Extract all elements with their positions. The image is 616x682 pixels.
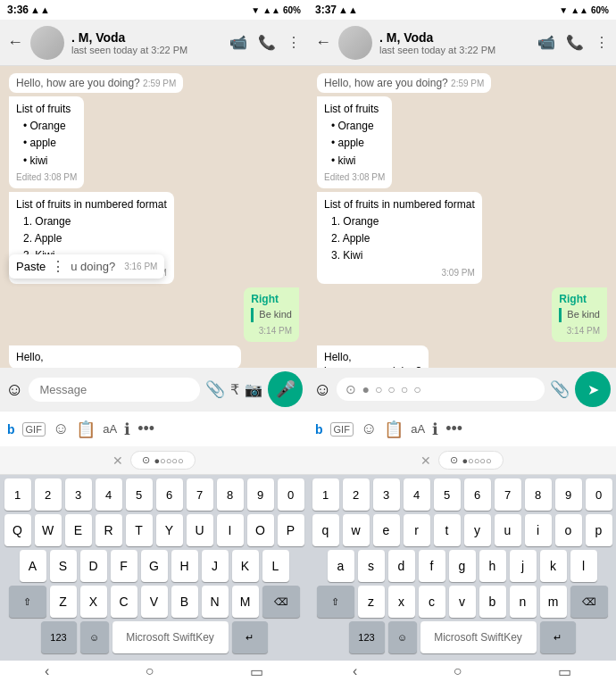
- info-icon-left[interactable]: ℹ: [124, 420, 130, 439]
- key-e-left[interactable]: E: [65, 514, 92, 546]
- back-button-left[interactable]: ←: [7, 33, 23, 52]
- emoji-row-icon-4[interactable]: ○: [387, 382, 395, 396]
- phone-icon-right[interactable]: 📞: [566, 34, 584, 51]
- num-key-left[interactable]: 123: [41, 621, 77, 653]
- back-button-right[interactable]: ←: [315, 33, 331, 52]
- suggestion-close-right[interactable]: ✕: [420, 453, 431, 468]
- enter-key-left[interactable]: ↵: [232, 621, 268, 653]
- shift-key-left[interactable]: ⇧: [9, 586, 46, 618]
- key-t-right[interactable]: t: [434, 514, 461, 546]
- key-k-left[interactable]: K: [232, 550, 259, 582]
- gif-icon-right[interactable]: GIF: [330, 422, 354, 437]
- language-icon-left[interactable]: aA: [103, 422, 117, 436]
- key-g-right[interactable]: g: [449, 550, 476, 582]
- key-k-right[interactable]: k: [540, 550, 567, 582]
- key-6-right[interactable]: 6: [464, 478, 491, 511]
- key-i-right[interactable]: i: [525, 514, 552, 546]
- nav-home-right[interactable]: ○: [454, 663, 462, 679]
- rupee-icon-left[interactable]: ₹: [230, 381, 239, 398]
- key-h-right[interactable]: h: [479, 550, 506, 582]
- key-0-right[interactable]: 0: [586, 478, 612, 511]
- key-f-right[interactable]: f: [419, 550, 445, 582]
- key-n-right[interactable]: n: [510, 586, 537, 618]
- nav-home-left[interactable]: ○: [146, 663, 154, 679]
- clipboard-icon-left[interactable]: 📋: [76, 420, 96, 439]
- bing-icon-right[interactable]: b: [315, 422, 323, 437]
- key-z-right[interactable]: z: [358, 586, 385, 618]
- key-x-left[interactable]: X: [80, 586, 107, 618]
- attach-icon-right[interactable]: 📎: [550, 379, 570, 399]
- key-7-right[interactable]: 7: [495, 478, 521, 511]
- space-key-left[interactable]: Microsoft SwiftKey: [112, 621, 229, 653]
- key-m-left[interactable]: M: [232, 586, 259, 618]
- key-u-right[interactable]: u: [495, 514, 521, 546]
- key-r-left[interactable]: R: [96, 514, 122, 546]
- key-2-right[interactable]: 2: [343, 478, 370, 511]
- nav-square-right[interactable]: ▭: [558, 663, 571, 680]
- key-0-left[interactable]: 0: [278, 478, 304, 511]
- suggestion-pill-left[interactable]: ⊙ ●○○○○: [130, 451, 195, 470]
- camera-icon-left[interactable]: 📷: [245, 381, 262, 398]
- more-icon-right[interactable]: ⋮: [595, 34, 609, 51]
- key-l-left[interactable]: L: [262, 550, 289, 582]
- emoji-icon-left[interactable]: ☺: [53, 420, 69, 438]
- key-q-left[interactable]: Q: [4, 514, 31, 546]
- video-call-icon-left[interactable]: 📹: [229, 34, 247, 51]
- key-m-right[interactable]: m: [540, 586, 567, 618]
- key-e-right[interactable]: e: [373, 514, 400, 546]
- suggestion-close-left[interactable]: ✕: [112, 453, 123, 468]
- key-n-left[interactable]: N: [202, 586, 229, 618]
- paste-label[interactable]: Paste: [16, 260, 46, 273]
- key-8-left[interactable]: 8: [217, 478, 244, 511]
- emoji-input-row-right[interactable]: ⊙ ● ○ ○ ○ ○: [337, 378, 545, 401]
- nav-back-right[interactable]: ‹: [353, 663, 357, 679]
- message-input-left[interactable]: [29, 378, 200, 402]
- emoji-row-icon-5[interactable]: ○: [401, 382, 408, 396]
- key-b-left[interactable]: B: [171, 586, 198, 618]
- key-s-right[interactable]: s: [358, 550, 385, 582]
- emoji-key-right[interactable]: ☺: [388, 621, 417, 653]
- enter-key-right[interactable]: ↵: [540, 621, 576, 653]
- key-z-left[interactable]: Z: [50, 586, 77, 618]
- key-q-right[interactable]: q: [312, 514, 339, 546]
- attach-icon-left[interactable]: 📎: [205, 379, 225, 399]
- key-7-left[interactable]: 7: [187, 478, 213, 511]
- paste-more-icon[interactable]: ⋮: [51, 258, 65, 275]
- emoji-button-right[interactable]: ☺: [313, 379, 331, 400]
- num-key-right[interactable]: 123: [349, 621, 385, 653]
- key-9-right[interactable]: 9: [555, 478, 582, 511]
- emoji-button-left[interactable]: ☺: [5, 379, 23, 400]
- key-3-left[interactable]: 3: [65, 478, 92, 511]
- key-h-left[interactable]: H: [171, 550, 198, 582]
- bing-icon-left[interactable]: b: [7, 422, 15, 437]
- key-y-right[interactable]: y: [464, 514, 491, 546]
- key-u-left[interactable]: U: [187, 514, 213, 546]
- suggestion-pill-right[interactable]: ⊙ ●○○○○: [438, 451, 503, 470]
- more-kb-icon-left[interactable]: •••: [137, 420, 154, 438]
- key-p-right[interactable]: p: [586, 514, 612, 546]
- key-g-left[interactable]: G: [141, 550, 168, 582]
- key-5-left[interactable]: 5: [126, 478, 153, 511]
- key-9-left[interactable]: 9: [247, 478, 274, 511]
- key-4-right[interactable]: 4: [404, 478, 430, 511]
- key-j-left[interactable]: J: [202, 550, 229, 582]
- key-l-right[interactable]: l: [570, 550, 597, 582]
- key-a-left[interactable]: A: [20, 550, 46, 582]
- key-r-right[interactable]: r: [404, 514, 430, 546]
- key-c-right[interactable]: c: [419, 586, 445, 618]
- key-b-right[interactable]: b: [479, 586, 506, 618]
- key-w-left[interactable]: W: [35, 514, 62, 546]
- mic-button-left[interactable]: 🎤: [268, 371, 303, 407]
- key-y-left[interactable]: Y: [156, 514, 183, 546]
- emoji-row-icon-2[interactable]: ●: [362, 382, 369, 396]
- key-4-left[interactable]: 4: [96, 478, 122, 511]
- key-c-left[interactable]: C: [111, 586, 137, 618]
- emoji-row-icon-3[interactable]: ○: [375, 382, 382, 396]
- key-6-left[interactable]: 6: [156, 478, 183, 511]
- key-w-right[interactable]: w: [343, 514, 370, 546]
- key-d-left[interactable]: D: [80, 550, 107, 582]
- key-t-left[interactable]: T: [126, 514, 153, 546]
- more-kb-icon-right[interactable]: •••: [445, 420, 462, 438]
- gif-icon-left[interactable]: GIF: [22, 422, 46, 437]
- key-1-left[interactable]: 1: [4, 478, 31, 511]
